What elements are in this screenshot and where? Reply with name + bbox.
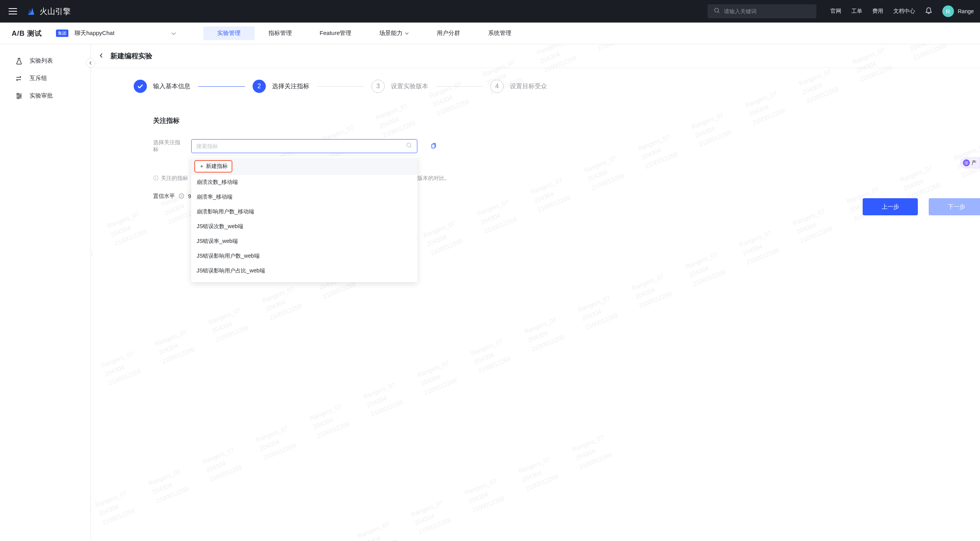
tab-experiments[interactable]: 实验管理 <box>203 26 255 40</box>
svg-rect-7 <box>432 144 435 148</box>
confidence-value: 9 <box>188 193 191 199</box>
nav-link-official[interactable]: 官网 <box>830 8 841 15</box>
top-header: 火山引擎 官网 工单 费用 文档中心 R Range <box>0 0 980 23</box>
svg-point-0 <box>715 8 718 12</box>
info-icon <box>153 175 159 182</box>
main-content: 新建编程实验 Rangers_072043042100012269Rangers… <box>91 44 980 541</box>
sidebar-item-mutex-groups[interactable]: 互斥组 <box>0 70 91 87</box>
confidence-label: 置信水平 <box>153 193 175 200</box>
step-label: 输入基本信息 <box>153 82 190 91</box>
footer-buttons: 上一步 下一步 <box>863 198 980 215</box>
dropdown-new-wrapper: ＋ 新建指标 <box>191 158 417 175</box>
search-icon <box>406 142 412 150</box>
metric-dropdown: ＋ 新建指标 崩溃次数_移动端 崩溃率_移动端 崩溃影响用户数_移动端 JS错误… <box>191 156 417 282</box>
svg-line-6 <box>410 147 412 148</box>
svg-point-4 <box>17 97 19 99</box>
project-name: 聊天happyChat <box>75 30 115 37</box>
search-icon <box>714 7 720 15</box>
sub-nav: A/B 测试 集团 聊天happyChat 实验管理 指标管理 Feature管… <box>0 23 980 44</box>
sidebar-item-label: 互斥组 <box>30 75 47 82</box>
dropdown-item[interactable]: JS错误影响用户占比_web端 <box>191 264 417 278</box>
sidebar-item-approval[interactable]: 实验审批 <box>0 87 91 105</box>
dropdown-item[interactable]: 崩溃率_移动端 <box>191 190 417 204</box>
section-title: 关注指标 <box>153 116 961 125</box>
project-selector[interactable]: 集团 聊天happyChat <box>56 30 176 37</box>
step-label: 选择关注指标 <box>272 82 309 91</box>
dropdown-item[interactable]: JS错误影响用户数_web端 <box>191 249 417 264</box>
header-left: 火山引擎 <box>6 6 71 17</box>
tab-metrics[interactable]: 指标管理 <box>255 26 306 40</box>
step-indicator: 输入基本信息 2 选择关注指标 3 设置实验版本 4 设置 <box>134 80 961 93</box>
username: Range <box>958 8 974 14</box>
step-2: 2 选择关注指标 <box>253 80 309 93</box>
step-label: 设置目标受众 <box>510 82 547 91</box>
header-search-input[interactable] <box>724 8 810 14</box>
header-right: 官网 工单 费用 文档中心 R Range <box>708 4 974 18</box>
settings-icon <box>16 92 23 99</box>
step-4: 4 设置目标受众 <box>490 80 547 93</box>
back-button[interactable] <box>99 52 104 60</box>
metric-select-row: 选择关注指标 <box>153 139 961 153</box>
step-connector <box>436 86 483 87</box>
svg-point-2 <box>17 93 19 95</box>
chevron-down-icon <box>171 30 176 37</box>
tab-features[interactable]: Feature管理 <box>306 26 366 40</box>
dropdown-item[interactable]: JS错误率_web端 <box>191 234 417 249</box>
copy-button[interactable] <box>428 141 439 152</box>
header-search[interactable] <box>708 4 816 18</box>
step-label: 设置实验版本 <box>391 82 428 91</box>
nav-link-docs[interactable]: 文档中心 <box>893 8 915 15</box>
copy-icon <box>431 143 437 149</box>
volcano-logo-icon <box>26 7 36 16</box>
dropdown-item[interactable]: 崩溃影响用户数_移动端 <box>191 204 417 219</box>
sidebar-item-label: 实验审批 <box>30 92 53 99</box>
metric-search-input[interactable] <box>196 143 406 149</box>
step-1: 输入基本信息 <box>134 80 190 93</box>
step-connector <box>198 86 245 87</box>
svg-line-1 <box>718 12 719 13</box>
user-menu[interactable]: R Range <box>942 5 974 17</box>
nav-link-ticket[interactable]: 工单 <box>851 8 862 15</box>
avatar: R <box>942 5 954 17</box>
next-button[interactable]: 下一步 <box>929 198 980 215</box>
swap-icon <box>16 75 23 82</box>
step-number: 3 <box>371 80 385 93</box>
svg-point-10 <box>155 176 156 177</box>
prev-button[interactable]: 上一步 <box>863 198 918 215</box>
svg-text:?: ? <box>180 194 182 198</box>
dropdown-item[interactable]: 崩溃次数_移动端 <box>191 175 417 190</box>
plus-icon: ＋ <box>199 163 204 170</box>
metric-search-field[interactable] <box>191 139 417 153</box>
dropdown-item[interactable]: JS错误次数_web端 <box>191 219 417 234</box>
svg-point-3 <box>19 95 21 97</box>
sidebar: 实验列表 互斥组 实验审批 <box>0 44 91 541</box>
hamburger-menu-icon[interactable] <box>6 6 19 17</box>
step-number: 4 <box>490 80 504 93</box>
group-badge: 集团 <box>56 30 68 37</box>
nav-tabs: 实验管理 指标管理 Feature管理 场景能力 用户分群 系统管理 <box>203 26 526 40</box>
brand-name: 火山引擎 <box>40 6 71 17</box>
step-connector <box>317 86 364 87</box>
form-label: 选择关注指标 <box>153 139 184 153</box>
help-icon[interactable]: ? <box>179 193 184 200</box>
flask-icon <box>16 58 23 65</box>
module-title: A/B 测试 <box>12 29 42 38</box>
new-metric-button[interactable]: ＋ 新建指标 <box>194 160 232 173</box>
step-number: 2 <box>253 80 266 93</box>
brand-logo[interactable]: 火山引擎 <box>26 6 71 17</box>
nav-link-billing[interactable]: 费用 <box>872 8 883 15</box>
chevron-down-icon <box>405 32 409 35</box>
page-header: 新建编程实验 <box>91 44 980 68</box>
hint-text-prefix: 关注的指标 <box>161 175 188 182</box>
page-title: 新建编程实验 <box>110 51 152 61</box>
sidebar-item-label: 实验列表 <box>30 57 53 65</box>
bell-icon[interactable] <box>925 7 932 16</box>
step-done-icon <box>134 80 147 93</box>
sidebar-item-experiment-list[interactable]: 实验列表 <box>0 52 91 70</box>
tab-scenes[interactable]: 场景能力 <box>365 26 423 40</box>
tab-system[interactable]: 系统管理 <box>474 26 525 40</box>
step-3: 3 设置实验版本 <box>371 80 428 93</box>
tab-user-groups[interactable]: 用户分群 <box>423 26 474 40</box>
svg-point-5 <box>407 143 411 147</box>
hint-text-suffix: 照版本的对比。 <box>412 175 450 182</box>
